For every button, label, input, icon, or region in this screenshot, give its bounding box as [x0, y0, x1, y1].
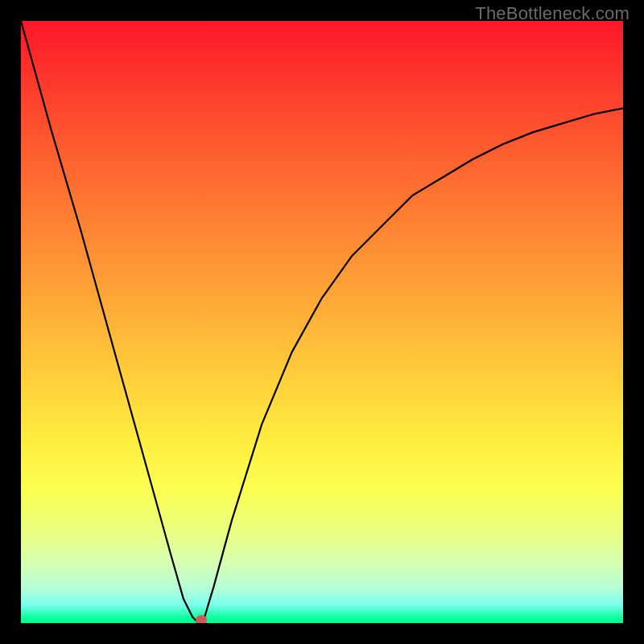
- watermark-text: TheBottleneck.com: [475, 3, 630, 24]
- minimum-marker: [196, 615, 207, 623]
- chart-plot-area: [21, 21, 623, 623]
- bottleneck-curve: [21, 21, 623, 623]
